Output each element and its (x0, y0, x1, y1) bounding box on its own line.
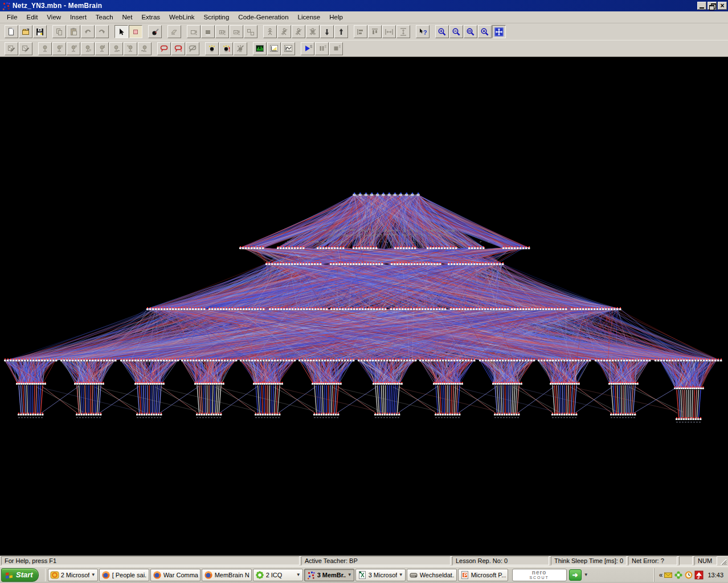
teacher-bubble-icon (159, 44, 169, 53)
zoom-all-button[interactable] (478, 25, 492, 38)
tray-clock-icon[interactable] (684, 570, 693, 580)
extra-add-button[interactable] (215, 25, 229, 38)
lcd-view-button[interactable] (253, 42, 267, 55)
menu-net[interactable]: Net (118, 13, 137, 22)
menu-help[interactable]: Help (325, 13, 347, 22)
copy-button[interactable] (52, 25, 66, 38)
undo-button[interactable] (81, 25, 95, 38)
task-button-6[interactable]: 3 MemBr...▼ (304, 569, 354, 581)
script-stop-button[interactable] (329, 42, 343, 55)
pan-view-button[interactable] (492, 25, 506, 38)
open-file-button[interactable] (19, 25, 32, 38)
space-vertical-icon (399, 27, 408, 36)
redo-button[interactable] (95, 25, 109, 38)
menu-license[interactable]: License (293, 13, 325, 22)
teacher-bubble-button[interactable] (157, 42, 171, 55)
start-button[interactable]: Start (1, 568, 39, 582)
task-button-1[interactable]: 2 Microsof...▼ (48, 569, 98, 581)
script-play-button[interactable] (301, 42, 314, 55)
task-button-dropdown[interactable]: ▼ (399, 572, 403, 577)
move-up-button[interactable] (334, 25, 348, 38)
select-pointer-button[interactable] (114, 25, 128, 38)
extra-exclaim-button[interactable] (187, 25, 201, 38)
extra-fill-button[interactable] (201, 25, 215, 38)
network-workspace[interactable] (0, 56, 728, 556)
tray-avira-icon[interactable] (694, 570, 704, 580)
eraser-button[interactable] (167, 25, 181, 38)
think-step-button[interactable] (205, 42, 219, 55)
figure-cut1-button[interactable] (277, 25, 291, 38)
figure-all-button[interactable] (306, 25, 320, 38)
save-file-button[interactable] (33, 25, 47, 38)
neural-network-canvas[interactable] (0, 57, 728, 556)
new-file-button[interactable] (5, 25, 18, 38)
menu-extras[interactable]: Extras (137, 13, 165, 22)
menu-code-generation[interactable]: Code-Generation (234, 13, 293, 22)
menu-insert[interactable]: Insert (66, 13, 91, 22)
insert-neuron-button[interactable] (129, 25, 142, 38)
menu-weblink[interactable]: WebLink (165, 13, 199, 22)
menu-scripting[interactable]: Scripting (199, 13, 234, 22)
minimize-button[interactable] (697, 2, 706, 10)
task-button-2[interactable]: [ People sai... (99, 569, 149, 581)
task-button-9[interactable]: Microsoft P... (458, 569, 508, 581)
extra-remove-button[interactable] (230, 25, 243, 38)
task-button-7[interactable]: 3 Microsof...▼ (355, 569, 406, 581)
zoom-out-button[interactable] (449, 25, 463, 38)
paste-button[interactable] (67, 25, 80, 38)
neuron-type-8-button[interactable] (138, 42, 152, 55)
task-button-dropdown[interactable]: ▼ (296, 572, 301, 577)
scout-go-button[interactable]: ➜ (569, 569, 582, 581)
tray-green-app-icon[interactable] (674, 570, 683, 580)
activation-graph-button[interactable] (281, 42, 295, 55)
edit-neuron-props-button[interactable] (5, 42, 18, 55)
error-graph-button[interactable] (267, 42, 281, 55)
task-button-dropdown[interactable]: ▼ (347, 572, 352, 577)
context-help-button[interactable] (416, 25, 430, 38)
nero-scout-widget[interactable]: nero SCOUT (512, 569, 567, 581)
neuron-type-1-button[interactable] (38, 42, 52, 55)
edit-link-props-button[interactable] (19, 42, 32, 55)
neuron-type-5-button[interactable] (95, 42, 109, 55)
scout-dropdown-arrow[interactable]: ▼ (584, 572, 588, 577)
resize-grip[interactable] (719, 556, 727, 565)
teacher-bubble-alert-button[interactable] (171, 42, 185, 55)
menu-file[interactable]: File (2, 13, 22, 22)
figure-cut2-button[interactable] (292, 25, 305, 38)
neuron-type-3-button[interactable] (67, 42, 80, 55)
neuron-type-4-button[interactable] (81, 42, 95, 55)
script-pause-button[interactable] (315, 42, 329, 55)
pan-view-icon (494, 27, 504, 36)
tray-collapse-chevrons[interactable]: « (659, 571, 662, 579)
extra-pair-button[interactable] (244, 25, 257, 38)
think-step-alert-button[interactable] (219, 42, 233, 55)
task-button-4[interactable]: MemBrain N... (202, 569, 252, 581)
task-button-5[interactable]: 2 ICQ▼ (253, 569, 303, 581)
align-left-button[interactable] (354, 25, 367, 38)
close-button[interactable]: × (718, 2, 727, 10)
space-horizontal-button[interactable] (382, 25, 396, 38)
insert-link-button[interactable] (148, 25, 162, 38)
task-button-8[interactable]: Wechseldat... (407, 569, 457, 581)
task-button-dropdown[interactable]: ▼ (91, 572, 96, 577)
neuron-type-2-button[interactable] (52, 42, 66, 55)
zoom-in-button[interactable] (435, 25, 449, 38)
figure-select-button[interactable] (263, 25, 277, 38)
space-vertical-button[interactable] (396, 25, 410, 38)
menu-view[interactable]: View (42, 13, 66, 22)
move-down-button[interactable] (320, 25, 334, 38)
tray-mail-icon[interactable] (664, 570, 673, 580)
neuron-type-7-button[interactable] (124, 42, 137, 55)
zoom-selection-button[interactable] (464, 25, 477, 38)
neuron-type-6-button[interactable] (109, 42, 123, 55)
task-button-3[interactable]: War Comma... (150, 569, 201, 581)
menu-teach[interactable]: Teach (91, 13, 118, 22)
titlebar[interactable]: Netz_YN3.mbn - MemBrain × (0, 0, 728, 11)
think-off-button[interactable] (234, 42, 247, 55)
toolbar-extra (0, 40, 728, 56)
figure-select-icon (265, 27, 275, 36)
menu-edit[interactable]: Edit (22, 13, 43, 22)
teacher-bubble-off-button[interactable] (186, 42, 199, 55)
align-top-button[interactable] (368, 25, 382, 38)
restore-button[interactable] (707, 2, 717, 10)
